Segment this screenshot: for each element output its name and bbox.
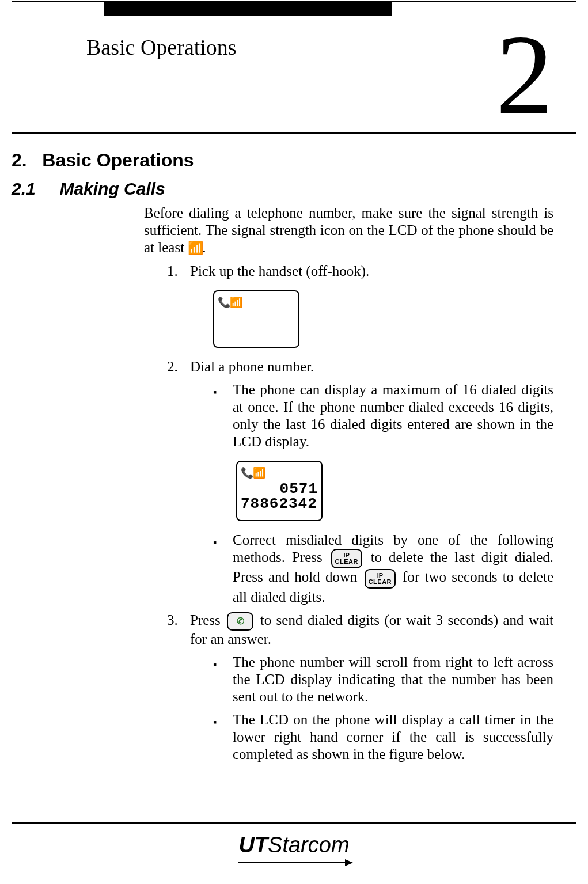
chapter-number: 2: [496, 17, 553, 132]
lcd-screenshot-2: 📞📶 0571 78862342: [236, 461, 323, 521]
logo-rest: Starcom: [268, 833, 349, 857]
step-3-num: 3.: [167, 612, 190, 648]
logo-bold: UT: [238, 833, 268, 857]
divider-rule: [12, 132, 576, 134]
step-2: 2. Dial a phone number.: [167, 358, 553, 375]
page: Basic Operations 2 2. Basic Operations 2…: [0, 0, 588, 884]
intro-text-after: .: [202, 240, 206, 255]
body: Before dialing a telephone number, make …: [144, 204, 553, 763]
ordered-list: 1. Pick up the handset (off-hook). 📞📶 2.…: [167, 263, 553, 763]
step-3-bullet-1: ▪ The phone number will scroll from righ…: [213, 654, 553, 705]
logo-text: UTStarcom: [238, 833, 349, 857]
step-2-bullet-2: ▪ Correct misdialed digits by one of the…: [213, 532, 553, 606]
clear-key-icon: IP CLEAR: [365, 569, 396, 589]
lcd2-line2: 78862342: [241, 496, 318, 511]
step-2-bullet-2-text: Correct misdialed digits by one of the f…: [233, 532, 553, 606]
step-2-bullets: ▪ The phone can display a maximum of 16 …: [213, 381, 553, 606]
subsection-number: 2.1: [12, 179, 36, 198]
lcd2-line1: 0571: [241, 481, 318, 496]
bullet-icon: ▪: [213, 532, 233, 606]
section-heading-2: 2. Basic Operations: [12, 150, 553, 171]
send-key-glyph: ✆: [237, 617, 244, 626]
signal-icon: 📶: [188, 240, 202, 257]
step-2-bullet-1: ▪ The phone can display a maximum of 16 …: [213, 381, 553, 450]
footer-rule: [12, 822, 576, 824]
step-3-bullet-2-text: The LCD on the phone will display a call…: [233, 711, 553, 763]
lcd1-icons: 📞📶: [218, 294, 295, 311]
clear-key-line1: IP: [377, 572, 383, 579]
intro-paragraph: Before dialing a telephone number, make …: [144, 204, 553, 257]
step-2-text: Dial a phone number.: [190, 358, 553, 375]
heading-number: 2.: [12, 150, 27, 170]
step-3-bullet-1-text: The phone number will scroll from right …: [233, 654, 553, 705]
lcd-screenshot-1: 📞📶: [213, 290, 299, 348]
heading-text: Basic Operations: [42, 150, 194, 170]
chapter-header: Basic Operations 2: [86, 0, 553, 132]
section-heading-2-1: 2.1 Making Calls: [12, 179, 553, 199]
clear-key-line2: CLEAR: [335, 559, 358, 565]
step-2-num: 2.: [167, 358, 190, 375]
step-3-bullets: ▪ The phone number will scroll from righ…: [213, 654, 553, 763]
step-1-num: 1.: [167, 263, 190, 280]
clear-key-line2: CLEAR: [369, 579, 392, 585]
step-3-text: Press ✆ to send dialed digits (or wait 3…: [190, 612, 553, 648]
chapter-running-title: Basic Operations: [86, 35, 553, 60]
step-3: 3. Press ✆ to send dialed digits (or wai…: [167, 612, 553, 648]
clear-key-icon: IP CLEAR: [331, 549, 362, 568]
content: 2. Basic Operations 2.1 Making Calls Bef…: [12, 150, 553, 763]
step-1-text: Pick up the handset (off-hook).: [190, 263, 553, 280]
lcd2-icons: 📞📶: [241, 464, 318, 481]
subsection-title: Making Calls: [59, 179, 165, 198]
step-3-bullet-2: ▪ The LCD on the phone will display a ca…: [213, 711, 553, 763]
bullet-icon: ▪: [213, 654, 233, 705]
step-3-before: Press: [190, 612, 225, 628]
footer-logo: UTStarcom: [0, 833, 588, 861]
step-2-bullet-1-text: The phone can display a maximum of 16 di…: [233, 381, 553, 450]
bullet-icon: ▪: [213, 711, 233, 763]
send-key-icon: ✆: [227, 612, 253, 631]
logo-underline-arrow-icon: [238, 862, 349, 863]
step-1: 1. Pick up the handset (off-hook).: [167, 263, 553, 280]
bullet-icon: ▪: [213, 381, 233, 450]
